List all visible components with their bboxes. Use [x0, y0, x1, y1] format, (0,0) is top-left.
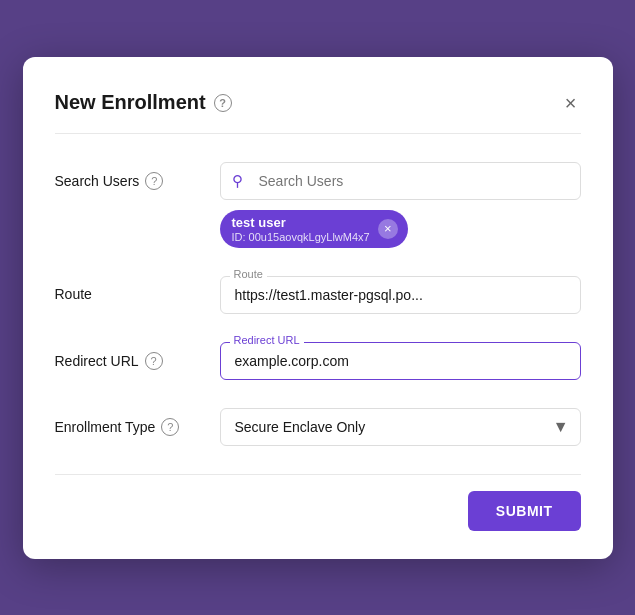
submit-button[interactable]: SUBMIT [468, 491, 581, 531]
enrollment-type-label: Enrollment Type ? [55, 408, 220, 436]
search-icon: ⚲ [232, 172, 243, 190]
enrollment-type-control: Secure Enclave Only Standard Custom ▼ [220, 408, 581, 446]
enrollment-type-select[interactable]: Secure Enclave Only Standard Custom [220, 408, 581, 446]
redirect-url-help-icon[interactable]: ? [145, 352, 163, 370]
new-enrollment-modal: New Enrollment ? × Search Users ? ⚲ [23, 57, 613, 559]
route-input[interactable] [220, 276, 581, 314]
search-users-help-icon[interactable]: ? [145, 172, 163, 190]
redirect-url-control: Redirect URL [220, 342, 581, 380]
redirect-url-input-wrapper: Redirect URL [220, 342, 581, 380]
title-help-icon[interactable]: ? [214, 94, 232, 112]
enrollment-type-row: Enrollment Type ? Secure Enclave Only St… [55, 408, 581, 446]
search-users-row: Search Users ? ⚲ test user ID: 00u15aovq… [55, 162, 581, 248]
modal-title: New Enrollment ? [55, 91, 232, 114]
route-floating-label: Route [230, 268, 267, 280]
modal-title-text: New Enrollment [55, 91, 206, 114]
user-tag-chip: test user ID: 00u15aovqkLgyLlwM4x7 × [220, 210, 408, 248]
route-input-wrapper: Route [220, 276, 581, 314]
redirect-url-label: Redirect URL ? [55, 342, 220, 370]
tag-chip-text: test user ID: 00u15aovqkLgyLlwM4x7 [232, 215, 370, 243]
enrollment-type-help-icon[interactable]: ? [161, 418, 179, 436]
search-users-input[interactable] [220, 162, 581, 200]
tag-remove-button[interactable]: × [378, 219, 398, 239]
route-label: Route [55, 276, 220, 302]
route-row: Route Route [55, 276, 581, 314]
tag-chip-name: test user [232, 215, 370, 230]
search-users-label: Search Users ? [55, 162, 220, 190]
route-control: Route [220, 276, 581, 314]
redirect-url-floating-label: Redirect URL [230, 334, 304, 346]
modal-overlay: New Enrollment ? × Search Users ? ⚲ [0, 0, 635, 615]
search-wrapper: ⚲ [220, 162, 581, 200]
close-button[interactable]: × [561, 89, 581, 117]
modal-footer: SUBMIT [55, 474, 581, 531]
modal-header: New Enrollment ? × [55, 89, 581, 134]
redirect-url-row: Redirect URL ? Redirect URL [55, 342, 581, 380]
redirect-url-input[interactable] [220, 342, 581, 380]
tag-chip-id: ID: 00u15aovqkLgyLlwM4x7 [232, 231, 370, 243]
enrollment-type-dropdown-wrapper: Secure Enclave Only Standard Custom ▼ [220, 408, 581, 446]
search-users-control: ⚲ test user ID: 00u15aovqkLgyLlwM4x7 × [220, 162, 581, 248]
